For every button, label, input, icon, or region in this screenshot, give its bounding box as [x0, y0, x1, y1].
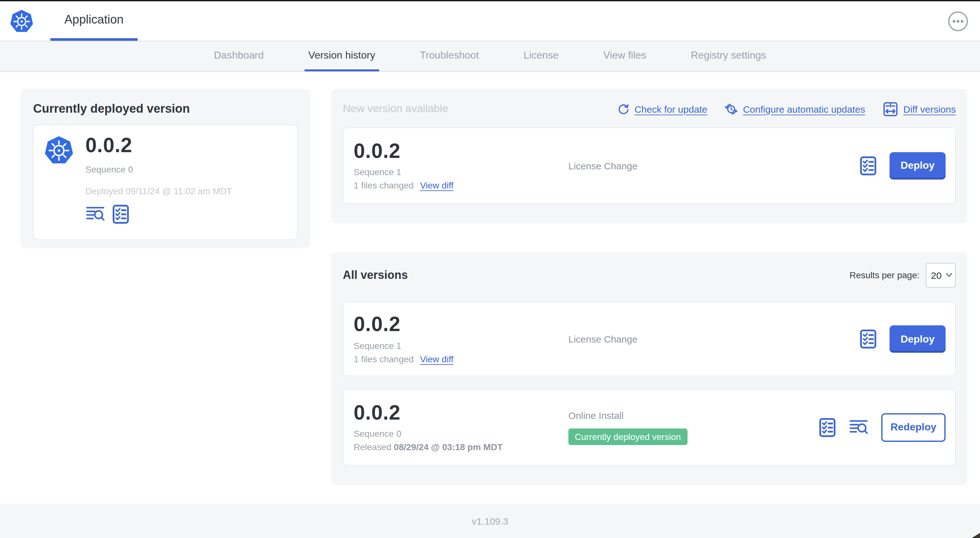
console-version: v1.109.3	[471, 516, 508, 526]
check-for-update-label: Check for update	[634, 103, 707, 114]
tab-troubleshoot[interactable]: Troubleshoot	[416, 41, 483, 71]
version-info: 0.0.2 Sequence 1 1 files changed View di…	[354, 314, 568, 364]
new-version-panel: New version available Check for update C…	[331, 89, 967, 224]
deployed-version-details: 0.0.2 Sequence 0 Deployed 09/11/24 @ 11:…	[85, 135, 232, 224]
version-info: 0.0.2 Sequence 1 1 files changed View di…	[354, 140, 568, 190]
all-versions-header: All versions Results per page: 20	[343, 262, 956, 288]
files-changed-label: 1 files changed	[354, 354, 414, 364]
configure-automatic-updates-link[interactable]: Configure automatic updates	[724, 102, 865, 116]
currently-deployed-badge: Currently deployed version	[568, 428, 687, 445]
configure-automatic-updates-label: Configure automatic updates	[743, 103, 865, 114]
new-version-title: New version available	[343, 103, 448, 115]
tab-label: Version history	[309, 50, 375, 61]
new-version-header: New version available Check for update C…	[343, 99, 956, 118]
version-sequence: Sequence 0	[354, 429, 568, 439]
application-icon	[44, 135, 74, 165]
version-actions: Deploy	[859, 325, 946, 353]
version-number: 0.0.2	[354, 314, 568, 335]
deployed-actions	[85, 204, 232, 224]
tab-label: Registry settings	[691, 50, 766, 61]
results-per-page: Results per page: 20	[850, 263, 956, 287]
view-diff-link[interactable]: View diff	[420, 354, 453, 364]
deployed-sequence: Sequence 0	[85, 164, 232, 174]
files-changed-label: 1 files changed	[354, 181, 414, 191]
deployed-version-number: 0.0.2	[85, 135, 232, 156]
results-per-page-select[interactable]: 20	[926, 263, 956, 287]
app-subnav: Dashboard Version history Troubleshoot L…	[0, 41, 980, 72]
version-row-sequence-1: 0.0.2 Sequence 1 1 files changed View di…	[343, 302, 956, 376]
app-header: Application	[0, 1, 980, 41]
version-source: Online Install	[568, 410, 819, 421]
window-top-edge	[0, 0, 980, 1]
all-versions-title: All versions	[343, 268, 408, 282]
preflight-checks-icon[interactable]	[819, 417, 836, 437]
version-row-sequence-0: 0.0.2 Sequence 0 Released 08/29/24 @ 03:…	[343, 389, 956, 465]
tab-license[interactable]: License	[520, 41, 562, 71]
version-number: 0.0.2	[354, 140, 568, 162]
all-versions-panel: All versions Results per page: 20 0.0.2 …	[331, 252, 967, 485]
currently-deployed-title: Currently deployed version	[33, 102, 298, 116]
app-title-tab[interactable]: Application	[50, 1, 138, 41]
footer: v1.109.3	[0, 504, 980, 538]
diff-versions-label: Diff versions	[903, 103, 956, 114]
more-options-icon[interactable]	[948, 11, 969, 32]
view-diff-link[interactable]: View diff	[420, 181, 453, 191]
version-released: Released 08/29/24 @ 03:18 pm MDT	[354, 442, 568, 452]
version-sequence: Sequence 1	[354, 167, 568, 177]
results-per-page-label: Results per page:	[850, 270, 920, 280]
version-sequence: Sequence 1	[354, 341, 568, 351]
kubernetes-logo-icon	[10, 9, 34, 33]
tab-dashboard[interactable]: Dashboard	[210, 41, 267, 71]
currently-deployed-card: 0.0.2 Sequence 0 Deployed 09/11/24 @ 11:…	[33, 125, 298, 240]
version-number: 0.0.2	[354, 402, 568, 424]
tab-label: View files	[603, 50, 646, 61]
tab-version-history[interactable]: Version history	[305, 41, 379, 71]
kots-admin-console: Application Dashboard Version history Tr…	[0, 0, 980, 538]
preflight-checks-icon[interactable]	[112, 204, 129, 224]
version-actions: Deploy	[859, 152, 946, 179]
deployed-timestamp: Deployed 09/11/24 @ 11:02 am MDT	[85, 186, 232, 196]
preflight-checks-icon[interactable]	[859, 329, 877, 349]
version-info: 0.0.2 Sequence 0 Released 08/29/24 @ 03:…	[354, 402, 568, 452]
tab-label: License	[523, 50, 558, 61]
new-version-row: 0.0.2 Sequence 1 1 files changed View di…	[343, 127, 956, 204]
check-for-update-link[interactable]: Check for update	[617, 103, 707, 115]
tab-view-files[interactable]: View files	[600, 41, 650, 71]
update-actions: Check for update Configure automatic upd…	[617, 101, 956, 117]
version-actions: Redeploy	[819, 413, 946, 441]
tab-label: Dashboard	[214, 50, 264, 61]
diff-icon	[882, 101, 898, 117]
deploy-button[interactable]: Deploy	[889, 152, 946, 179]
tab-label: Troubleshoot	[420, 50, 479, 61]
tab-registry-settings[interactable]: Registry settings	[687, 41, 770, 71]
version-source-block: Online Install Currently deployed versio…	[568, 410, 819, 445]
version-changes: 1 files changed View diff	[354, 181, 568, 191]
clock-arrows-icon	[724, 102, 738, 116]
main-content: Currently deployed version 0.0.2 Sequenc…	[0, 73, 980, 504]
redeploy-button[interactable]: Redeploy	[881, 413, 946, 441]
released-label: Released	[354, 442, 391, 452]
refresh-icon	[617, 103, 629, 115]
version-source: License Change	[568, 333, 859, 344]
deploy-button[interactable]: Deploy	[889, 325, 946, 353]
results-per-page-value: 20	[931, 270, 942, 281]
view-logs-icon[interactable]	[849, 419, 869, 435]
chevron-down-icon	[945, 273, 952, 278]
preflight-checks-icon[interactable]	[859, 156, 877, 175]
released-date: 08/29/24 @ 03:18 pm MDT	[394, 442, 503, 452]
version-changes: 1 files changed View diff	[354, 354, 568, 364]
diff-versions-link[interactable]: Diff versions	[882, 101, 956, 117]
app-title: Application	[64, 13, 124, 27]
version-source: License Change	[568, 160, 859, 171]
currently-deployed-panel: Currently deployed version 0.0.2 Sequenc…	[21, 89, 310, 248]
view-logs-icon[interactable]	[85, 206, 105, 222]
